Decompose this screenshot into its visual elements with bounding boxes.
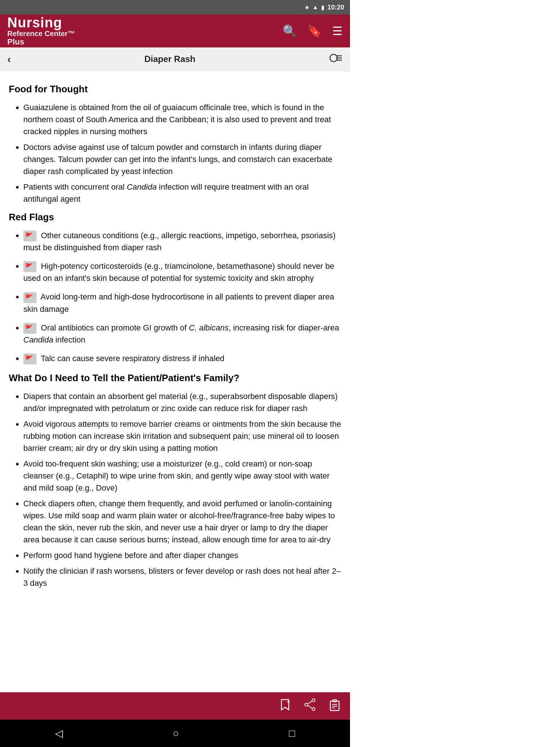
svg-point-7: [312, 708, 315, 711]
menu-icon[interactable]: ☰: [332, 24, 343, 38]
list-item: Oral antibiotics can promote GI growth o…: [23, 322, 341, 346]
search-icon[interactable]: 🔍: [283, 24, 297, 38]
bookmark-icon[interactable]: 🔖: [307, 24, 322, 38]
list-item: Check diapers often, change them frequen…: [23, 498, 341, 546]
android-recent-button[interactable]: □: [289, 728, 295, 739]
svg-point-6: [312, 699, 315, 702]
list-item: Avoid too-frequent skin washing; use a m…: [23, 458, 341, 494]
android-back-button[interactable]: ◁: [55, 727, 63, 739]
food-for-thought-list: Guaiazulene is obtained from the oil of …: [23, 101, 341, 205]
list-item: Other cutaneous conditions (e.g., allerg…: [23, 229, 341, 253]
list-item: High-potency corticosteroids (e.g., tria…: [23, 260, 341, 284]
android-home-button[interactable]: ○: [173, 728, 179, 739]
section-patient-info-title: What Do I Need to Tell the Patient/Patie…: [9, 371, 341, 385]
android-nav-bar: ◁ ○ □: [0, 720, 350, 747]
header-actions: 🔍 🔖 ☰: [283, 24, 343, 38]
wifi-icon: ▲: [312, 4, 318, 11]
italic-text: Candida: [127, 182, 157, 191]
bottom-toolbar: [0, 692, 350, 720]
app-header: Nursing Reference Center™ Plus 🔍 🔖 ☰: [0, 15, 350, 47]
italic-text: Candida: [23, 335, 53, 344]
battery-icon: ▮: [321, 4, 324, 11]
list-item: Guaiazulene is obtained from the oil of …: [23, 101, 341, 138]
section-food-for-thought-title: Food for Thought: [9, 82, 341, 96]
red-flag-icon: [23, 261, 36, 272]
red-flag-icon: [23, 353, 36, 364]
page-title: Diaper Rash: [11, 54, 329, 64]
article-content: Food for Thought Guaiazulene is obtained…: [0, 71, 350, 601]
list-item: Patients with concurrent oral Candida in…: [23, 181, 341, 205]
red-flag-icon: [23, 231, 36, 241]
clipboard-icon[interactable]: [328, 698, 341, 714]
bookmark-add-icon[interactable]: [279, 698, 292, 714]
sub-line2: Plus: [7, 37, 24, 46]
list-item: Perform good hand hygiene before and aft…: [23, 549, 341, 561]
nav-bar: ‹ Diaper Rash: [0, 47, 350, 71]
status-icons: ★ ▲ ▮ 10:20: [304, 4, 344, 11]
back-button[interactable]: ‹: [7, 53, 11, 65]
app-logo: Nursing Reference Center™ Plus: [7, 16, 75, 46]
reading-mode-icon[interactable]: [329, 53, 343, 66]
list-item: Avoid vigorous attempts to remove barrie…: [23, 418, 341, 454]
star-icon: ★: [304, 4, 310, 11]
status-bar: ★ ▲ ▮ 10:20: [0, 0, 350, 15]
red-flag-icon: [23, 323, 36, 334]
svg-point-8: [305, 703, 308, 706]
status-time: 10:20: [327, 4, 344, 11]
svg-line-10: [308, 705, 312, 708]
list-item: Doctors advise against use of talcum pow…: [23, 141, 341, 177]
list-item: Diapers that contain an absorbent gel ma…: [23, 390, 341, 414]
list-item: Talc can cause severe respiratory distre…: [23, 352, 341, 364]
app-subtitle: Reference Center™ Plus: [7, 30, 75, 46]
list-item: Notify the clinician if rash worsens, bl…: [23, 565, 341, 589]
red-flags-list: Other cutaneous conditions (e.g., allerg…: [23, 229, 341, 364]
sub-line1: Reference Center™: [7, 30, 75, 38]
list-item: Avoid long-term and high-dose hydrocorti…: [23, 291, 341, 315]
red-flag-icon: [23, 292, 36, 303]
share-icon[interactable]: [303, 698, 316, 714]
section-red-flags-title: Red Flags: [9, 210, 341, 224]
svg-line-9: [308, 701, 312, 704]
app-name: Nursing: [7, 16, 75, 30]
patient-info-list: Diapers that contain an absorbent gel ma…: [23, 390, 341, 589]
italic-text: C. albicans: [189, 323, 229, 332]
